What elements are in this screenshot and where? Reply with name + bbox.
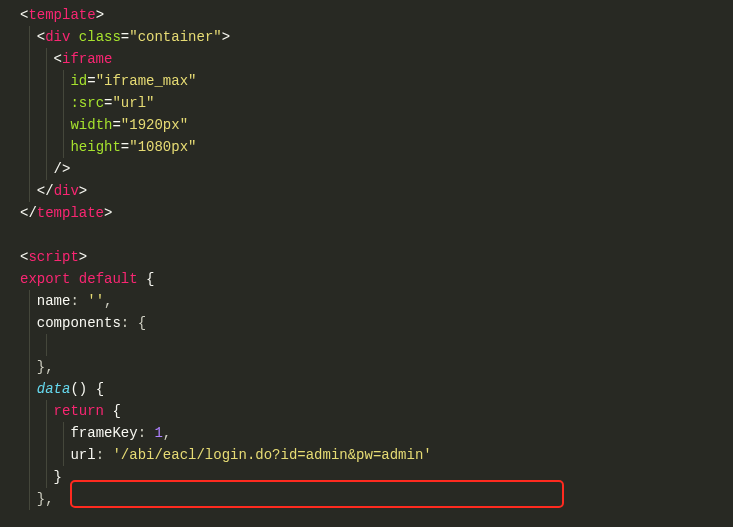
code-line (0, 224, 733, 246)
code-editor[interactable]: <template> <div class="container"> <ifra… (0, 0, 733, 510)
code-line: :src="url" (0, 92, 733, 114)
code-line: }, (0, 356, 733, 378)
code-line: frameKey: 1, (0, 422, 733, 444)
code-line: } (0, 466, 733, 488)
code-line: data() { (0, 378, 733, 400)
code-line: /> (0, 158, 733, 180)
code-line: url: '/abi/eacl/login.do?id=admin&pw=adm… (0, 444, 733, 466)
code-line: components: { (0, 312, 733, 334)
code-line: width="1920px" (0, 114, 733, 136)
code-line: return { (0, 400, 733, 422)
code-line: </template> (0, 202, 733, 224)
code-line: <div class="container"> (0, 26, 733, 48)
code-line: height="1080px" (0, 136, 733, 158)
code-line: </div> (0, 180, 733, 202)
code-line: name: '', (0, 290, 733, 312)
code-line: <script> (0, 246, 733, 268)
code-line (0, 334, 733, 356)
code-line: id="iframe_max" (0, 70, 733, 92)
code-line: <template> (0, 4, 733, 26)
code-line: }, (0, 488, 733, 510)
code-line: <iframe (0, 48, 733, 70)
code-line: export default { (0, 268, 733, 290)
